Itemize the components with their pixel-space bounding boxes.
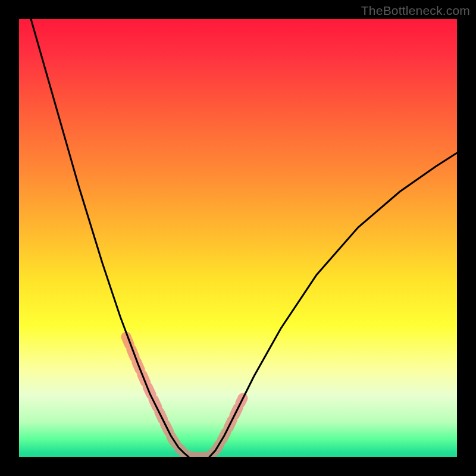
curve-left-path [31,19,189,457]
plot-area [19,19,457,457]
highlight-band-path [126,337,243,457]
watermark-text: TheBottleneck.com [361,4,470,18]
curve-right-path [209,153,457,457]
chart-frame: TheBottleneck.com [0,0,476,476]
curve-layer [19,19,457,457]
